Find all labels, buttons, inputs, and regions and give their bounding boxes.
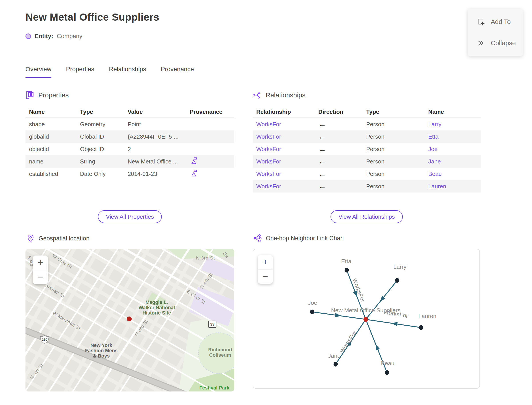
svg-text:Lauren: Lauren xyxy=(419,313,436,319)
relationship-row: WorksFor←PersonEtta xyxy=(253,130,481,143)
add-to-icon xyxy=(477,18,485,26)
property-type: Global ID xyxy=(76,133,124,140)
col-value: Value xyxy=(124,108,186,115)
relationship-row: WorksFor←PersonLarry xyxy=(253,118,481,130)
related-entity-type: Person xyxy=(363,133,425,140)
relationships-section-header: Relationships xyxy=(252,90,306,100)
chart-zoom-out-button[interactable]: − xyxy=(258,269,273,284)
related-entity-link[interactable]: Larry xyxy=(425,121,481,128)
relationships-table-body: WorksFor←PersonLarryWorksFor←PersonEttaW… xyxy=(253,118,481,193)
related-entity-link[interactable]: Lauren xyxy=(425,183,481,190)
map-location-marker xyxy=(127,317,132,321)
tab-overview[interactable]: Overview xyxy=(26,66,51,78)
related-entity-type: Person xyxy=(363,121,425,128)
relationship-row: WorksFor←PersonBeau xyxy=(253,168,481,180)
property-row: shapeGeometryPoint xyxy=(26,118,234,130)
relationship-row: WorksFor←PersonLauren xyxy=(253,180,481,193)
entity-type-dot xyxy=(26,34,31,39)
svg-text:33: 33 xyxy=(210,322,215,326)
svg-text:Festival Park: Festival Park xyxy=(199,385,230,391)
add-to-label: Add To xyxy=(491,18,511,26)
property-row: objectidObject ID2 xyxy=(26,143,234,155)
property-row: globalidGlobal ID{A228944F-0EF5-... xyxy=(26,130,234,143)
relationship-link[interactable]: WorksFor xyxy=(253,171,315,177)
property-value: 2014-01-23 xyxy=(124,171,186,177)
link-chart-section-header: One-hop Neighbor Link Chart xyxy=(253,234,344,243)
relationship-link[interactable]: WorksFor xyxy=(253,183,315,190)
properties-table: Name Type Value Provenance shapeGeometry… xyxy=(26,106,234,180)
property-value: Point xyxy=(124,121,186,128)
chart-zoom-control: + − xyxy=(258,255,273,284)
related-entity-type: Person xyxy=(363,146,425,153)
properties-table-header: Name Type Value Provenance xyxy=(26,106,234,118)
direction-arrow: ← xyxy=(315,120,363,129)
svg-text:WorksFor: WorksFor xyxy=(339,330,358,354)
map-panel: 250 33 k RdW Clay StSaarshall StW Marsha… xyxy=(26,249,234,392)
chart-zoom-in-button[interactable]: + xyxy=(258,255,273,269)
view-all-relationships-button[interactable]: View All Relationships xyxy=(331,210,403,223)
svg-text:Joe: Joe xyxy=(308,299,317,306)
map-zoom-in-button[interactable]: + xyxy=(33,256,48,270)
relationship-link[interactable]: WorksFor xyxy=(253,146,315,153)
view-all-properties-button[interactable]: View All Properties xyxy=(98,210,162,223)
property-row: nameStringNew Metal Office ... xyxy=(26,155,234,168)
map-canvas[interactable]: 250 33 k RdW Clay StSaarshall StW Marsha… xyxy=(26,249,234,392)
property-name: established xyxy=(26,171,76,177)
tab-relationships[interactable]: Relationships xyxy=(109,66,146,78)
property-name: globalid xyxy=(26,133,76,140)
related-entity-link[interactable]: Etta xyxy=(425,133,481,140)
link-chart-section-title: One-hop Neighbor Link Chart xyxy=(266,235,344,242)
link-chart-panel: EttaLarryJoeLaurenJaneBeauNew Metal Offi… xyxy=(253,249,480,389)
related-entity-link[interactable]: Beau xyxy=(425,171,481,177)
entity-type: Company xyxy=(57,33,82,40)
col-provenance: Provenance xyxy=(186,108,234,115)
property-type: Date Only xyxy=(76,171,124,177)
property-name: shape xyxy=(26,121,76,128)
relationship-link[interactable]: WorksFor xyxy=(253,158,315,165)
actions-panel: Add To Collapse xyxy=(468,9,523,56)
entity-label: Entity: xyxy=(35,33,53,40)
related-entity-link[interactable]: Joe xyxy=(425,146,481,153)
col-type: Type xyxy=(363,108,425,115)
svg-text:Beau: Beau xyxy=(381,360,395,367)
geospatial-section-header: Geospatial location xyxy=(27,234,90,243)
relationship-link[interactable]: WorksFor xyxy=(253,121,315,128)
properties-section-title: Properties xyxy=(38,91,69,99)
property-type: Object ID xyxy=(76,146,124,153)
provenance-cell[interactable] xyxy=(186,169,234,179)
provenance-cell[interactable] xyxy=(186,157,234,166)
relationship-link[interactable]: WorksFor xyxy=(253,133,315,140)
direction-arrow: ← xyxy=(315,182,363,191)
relationship-row: WorksFor←PersonJoe xyxy=(253,143,481,155)
svg-text:Etta: Etta xyxy=(341,258,352,265)
properties-table-body: shapeGeometryPointglobalidGlobal ID{A228… xyxy=(26,118,234,180)
related-entity-type: Person xyxy=(363,171,425,177)
properties-list-icon xyxy=(25,90,34,100)
relationship-row: WorksFor←PersonJane xyxy=(253,155,481,168)
svg-text:Jane: Jane xyxy=(328,352,340,359)
map-pin-icon xyxy=(27,234,35,243)
provenance-flag-icon xyxy=(190,169,198,177)
property-value: New Metal Office ... xyxy=(124,158,186,165)
property-name: name xyxy=(26,158,76,165)
svg-text:WorksFor: WorksFor xyxy=(351,277,366,303)
link-chart-canvas[interactable]: EttaLarryJoeLaurenJaneBeauNew Metal Offi… xyxy=(253,249,479,388)
col-type: Type xyxy=(76,108,124,115)
col-name: Name xyxy=(425,108,481,115)
tab-bar: Overview Properties Relationships Proven… xyxy=(26,66,194,78)
property-name: objectid xyxy=(26,146,76,153)
collapse-label: Collapse xyxy=(491,40,516,47)
relationships-icon xyxy=(252,90,262,100)
direction-arrow: ← xyxy=(315,132,363,141)
related-entity-link[interactable]: Jane xyxy=(425,158,481,165)
provenance-flag-icon xyxy=(190,157,198,165)
collapse-button[interactable]: Collapse xyxy=(468,39,523,47)
map-zoom-out-button[interactable]: − xyxy=(33,270,48,284)
svg-text:Larry: Larry xyxy=(393,263,406,270)
tab-provenance[interactable]: Provenance xyxy=(161,66,194,78)
tab-properties[interactable]: Properties xyxy=(66,66,94,78)
add-to-button[interactable]: Add To xyxy=(468,18,523,26)
property-value: 2 xyxy=(124,146,186,153)
direction-arrow: ← xyxy=(315,157,363,166)
svg-text:RichmondColiseum: RichmondColiseum xyxy=(208,347,232,358)
